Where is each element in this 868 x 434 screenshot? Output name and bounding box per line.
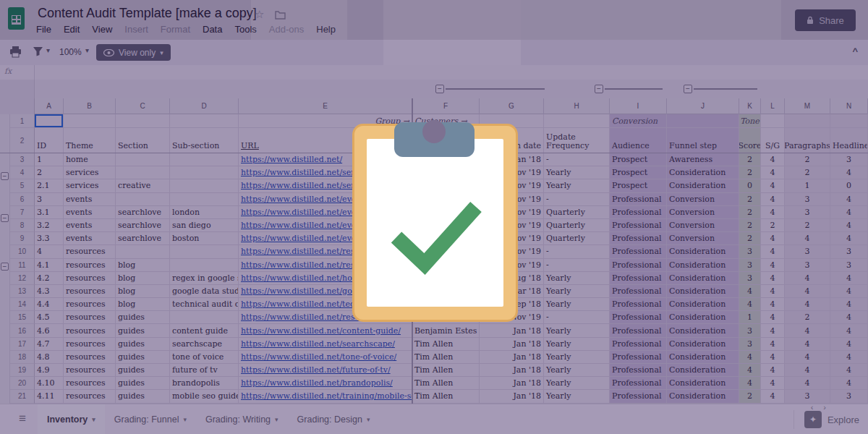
cell[interactable]: brandopolis	[170, 377, 239, 390]
cell[interactable]: 4	[785, 351, 830, 364]
cell[interactable]: Update Frequency	[544, 128, 610, 153]
cell[interactable]: Sub-section	[170, 128, 239, 153]
column-letter-N[interactable]: N	[830, 98, 868, 114]
cell[interactable]: -	[544, 311, 610, 324]
cell[interactable]: 3.3	[35, 232, 64, 245]
cell[interactable]	[412, 179, 480, 192]
row-number[interactable]: 15	[10, 311, 35, 324]
cell[interactable]: 4	[785, 364, 830, 377]
cell[interactable]: Yearly	[544, 364, 610, 377]
filter-icon[interactable]	[33, 46, 43, 59]
cell[interactable]: guides	[116, 338, 170, 351]
cell[interactable]: Tim Allen	[412, 351, 480, 364]
cell[interactable]: searchlove	[116, 232, 170, 245]
cell[interactable]: tone of voice	[170, 351, 239, 364]
zoom-caret-icon[interactable]: ▾	[85, 46, 89, 54]
cell[interactable]: Nov '19	[480, 193, 544, 206]
cell[interactable]: blog	[116, 272, 170, 285]
cell[interactable]	[116, 166, 170, 179]
sheets-logo-icon[interactable]	[8, 7, 25, 30]
cell[interactable]: 4	[830, 298, 868, 311]
cell[interactable]: resources	[64, 351, 116, 364]
cell[interactable]: Yearly	[544, 377, 610, 390]
cell[interactable]: Professional	[610, 193, 667, 206]
cell[interactable]: 4	[785, 377, 830, 390]
cell[interactable]: Professional	[610, 351, 667, 364]
cell[interactable]: 4	[830, 351, 868, 364]
cell[interactable]: Consideration	[667, 272, 739, 285]
cell[interactable]: resources	[64, 272, 116, 285]
cell[interactable]: 3	[785, 245, 830, 258]
frozen-columns-divider[interactable]	[412, 98, 413, 404]
cell[interactable]: Nov '19	[480, 166, 544, 179]
cell[interactable]: events	[64, 232, 116, 245]
cell[interactable]: 2	[739, 153, 761, 166]
cell[interactable]: 4.1	[35, 259, 64, 272]
menu-tools[interactable]: Tools	[234, 24, 256, 35]
cell[interactable]: 4	[830, 364, 868, 377]
cell[interactable]: Publish date	[480, 128, 544, 153]
column-letter-E[interactable]: E	[239, 98, 412, 114]
cell[interactable]: 4	[761, 166, 785, 179]
cell[interactable]: 4	[830, 311, 868, 324]
cell[interactable]: google data studio	[170, 285, 239, 298]
cell[interactable]: 4	[785, 324, 830, 337]
collapse-toolbar-icon[interactable]: ^	[852, 46, 858, 56]
cell[interactable]: Consideration	[667, 324, 739, 337]
cell[interactable]: Yearly	[544, 179, 610, 192]
cell[interactable]: Consideration	[667, 390, 739, 403]
cell[interactable]: 4	[761, 298, 785, 311]
cell[interactable]: https://www.distilled.net/	[239, 153, 412, 166]
cell[interactable]	[412, 298, 480, 311]
cell[interactable]	[170, 259, 239, 272]
cell[interactable]: blog	[116, 285, 170, 298]
cell[interactable]: https://www.distilled.net/searchscape/	[239, 338, 412, 351]
cell[interactable]: Professional	[610, 272, 667, 285]
print-icon[interactable]	[9, 46, 22, 61]
cell[interactable]: mobile seo guide	[170, 390, 239, 403]
cell[interactable]	[64, 114, 116, 128]
cell[interactable]: Customers →	[412, 114, 480, 128]
cell[interactable]: Yearly	[544, 298, 610, 311]
move-folder-icon[interactable]	[275, 9, 286, 22]
row-number[interactable]: 13	[10, 285, 35, 298]
cell[interactable]: Professional	[610, 285, 667, 298]
cell[interactable]: resources	[64, 338, 116, 351]
column-letter-K[interactable]: K	[739, 98, 761, 114]
cell[interactable]	[761, 114, 785, 128]
column-letter-L[interactable]: L	[761, 98, 785, 114]
cell[interactable]	[412, 285, 480, 298]
column-letter-F[interactable]: F	[412, 98, 480, 114]
column-letter-I[interactable]: I	[610, 98, 667, 114]
cell[interactable]: Quarterly	[544, 219, 610, 232]
cell[interactable]: 4.2	[35, 272, 64, 285]
cell[interactable]: resources	[64, 324, 116, 337]
cell[interactable]: Jan '18	[480, 377, 544, 390]
cell[interactable]: 4	[830, 232, 868, 245]
cell[interactable]: 4	[830, 272, 868, 285]
cell[interactable]: -	[544, 259, 610, 272]
cell[interactable]: Tim Allen	[412, 377, 480, 390]
cell[interactable]: Paragraphs	[785, 128, 830, 153]
cell[interactable]: 4	[739, 298, 761, 311]
cell[interactable]: -	[544, 193, 610, 206]
cell[interactable]: Consideration	[667, 364, 739, 377]
cell[interactable]: Consideration	[667, 351, 739, 364]
explore-button[interactable]: ✦ Explore	[793, 410, 859, 429]
collapse-rows-3-button[interactable]: −	[1, 263, 9, 271]
cell[interactable]: Yearly	[544, 324, 610, 337]
cell[interactable]: 4	[761, 324, 785, 337]
cell[interactable]: 4	[785, 298, 830, 311]
cell[interactable]	[480, 114, 544, 128]
cell[interactable]: resources	[64, 311, 116, 324]
cell[interactable]: 3	[785, 390, 830, 403]
cell[interactable]: Yearly	[544, 390, 610, 403]
cell[interactable]: 3	[739, 324, 761, 337]
menu-file[interactable]: File	[36, 24, 51, 35]
cell[interactable]: guides	[116, 390, 170, 403]
cell[interactable]: 4	[785, 338, 830, 351]
cell[interactable]: 4.4	[35, 298, 64, 311]
cell[interactable]: Professional	[610, 338, 667, 351]
cell[interactable]: 4.8	[35, 351, 64, 364]
cell[interactable]: 4	[761, 245, 785, 258]
